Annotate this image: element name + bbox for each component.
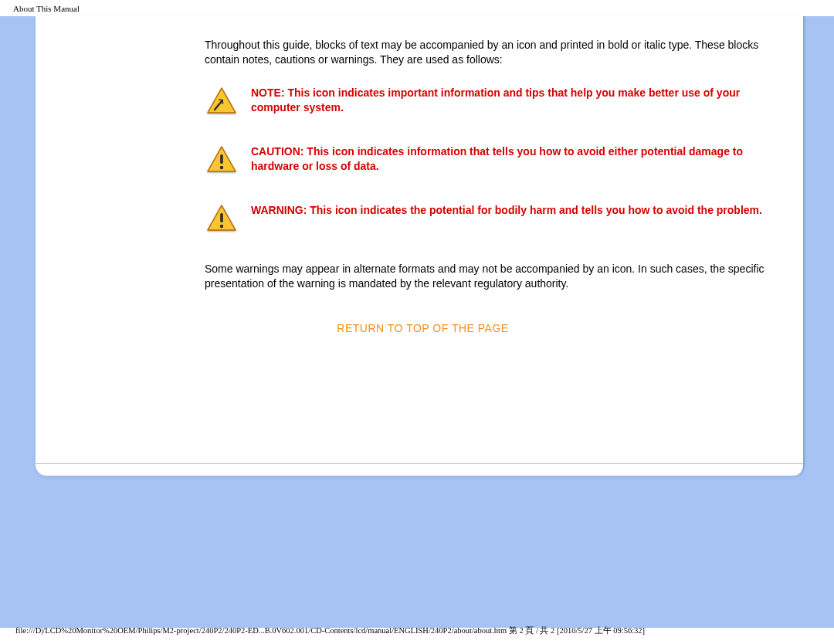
svg-rect-2 (220, 213, 223, 222)
note-triangle-icon (205, 86, 239, 117)
svg-point-3 (220, 225, 223, 228)
callout-note: NOTE: This icon indicates important info… (205, 86, 780, 117)
file-path-footer: file:///D|/LCD%20Monitor%20OEM/Philips/M… (15, 625, 819, 636)
return-to-top-link-text[interactable]: RETURN TO TOP OF THE PAGE (337, 322, 508, 334)
page-background: Throughout this guide, blocks of text ma… (0, 16, 834, 628)
content-area: Throughout this guide, blocks of text ma… (36, 16, 803, 463)
content-panel: Throughout this guide, blocks of text ma… (36, 16, 805, 476)
outro-paragraph: Some warnings may appear in alternate fo… (89, 262, 780, 291)
svg-point-1 (220, 166, 223, 169)
callout-warning: WARNING: This icon indicates the potenti… (205, 203, 780, 234)
callout-caution: CAUTION: This icon indicates information… (205, 144, 780, 175)
svg-rect-0 (220, 154, 223, 164)
caution-triangle-icon (205, 144, 239, 175)
callout-caution-text: CAUTION: This icon indicates information… (239, 144, 780, 174)
warning-triangle-icon (205, 203, 239, 234)
callout-warning-text: WARNING: This icon indicates the potenti… (239, 203, 780, 218)
page-title: About This Manual (0, 0, 834, 13)
return-to-top-link[interactable]: RETURN TO TOP OF THE PAGE (66, 322, 780, 334)
intro-paragraph: Throughout this guide, blocks of text ma… (205, 38, 780, 67)
panel-footer-separator (36, 463, 803, 476)
callout-note-text: NOTE: This icon indicates important info… (239, 86, 780, 115)
